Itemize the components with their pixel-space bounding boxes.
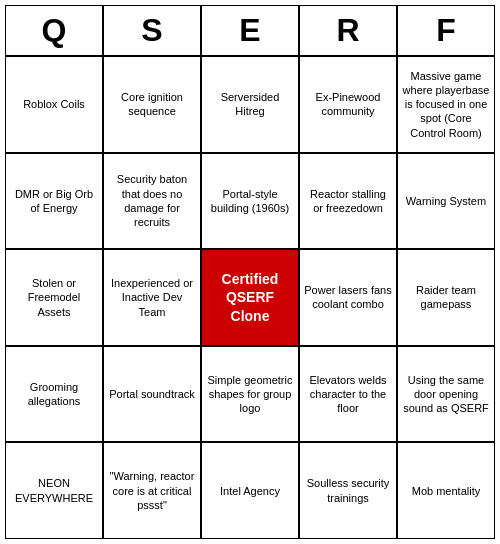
header-row: QSERF xyxy=(5,5,495,56)
cell-15: Grooming allegations xyxy=(5,346,103,443)
cell-1: Core ignition sequence xyxy=(103,56,201,153)
header-col-f: F xyxy=(397,5,495,56)
cell-12: Certified QSERF Clone xyxy=(201,249,299,346)
cell-4: Massive game where playerbase is focused… xyxy=(397,56,495,153)
cell-13: Power lasers fans coolant combo xyxy=(299,249,397,346)
cell-17: Simple geometric shapes for group logo xyxy=(201,346,299,443)
bingo-card: QSERF Roblox CoilsCore ignition sequence… xyxy=(5,5,495,539)
cell-0: Roblox Coils xyxy=(5,56,103,153)
cell-20: NEON EVERYWHERE xyxy=(5,442,103,539)
cell-10: Stolen or Freemodel Assets xyxy=(5,249,103,346)
header-col-q: Q xyxy=(5,5,103,56)
cell-3: Ex-Pinewood community xyxy=(299,56,397,153)
cell-14: Raider team gamepass xyxy=(397,249,495,346)
cell-16: Portal soundtrack xyxy=(103,346,201,443)
header-col-r: R xyxy=(299,5,397,56)
cell-2: Serversided Hitreg xyxy=(201,56,299,153)
cell-11: Inexperienced or Inactive Dev Team xyxy=(103,249,201,346)
cell-21: "Warning, reactor core is at critical ps… xyxy=(103,442,201,539)
cell-18: Elevators welds character to the floor xyxy=(299,346,397,443)
cell-9: Warning System xyxy=(397,153,495,250)
header-col-e: E xyxy=(201,5,299,56)
bingo-grid: Roblox CoilsCore ignition sequenceServer… xyxy=(5,56,495,539)
header-col-s: S xyxy=(103,5,201,56)
cell-6: Security baton that does no damage for r… xyxy=(103,153,201,250)
cell-19: Using the same door opening sound as QSE… xyxy=(397,346,495,443)
cell-5: DMR or Big Orb of Energy xyxy=(5,153,103,250)
cell-7: Portal-style building (1960s) xyxy=(201,153,299,250)
cell-23: Soulless security trainings xyxy=(299,442,397,539)
cell-8: Reactor stalling or freezedown xyxy=(299,153,397,250)
cell-24: Mob mentality xyxy=(397,442,495,539)
cell-22: Intel Agency xyxy=(201,442,299,539)
